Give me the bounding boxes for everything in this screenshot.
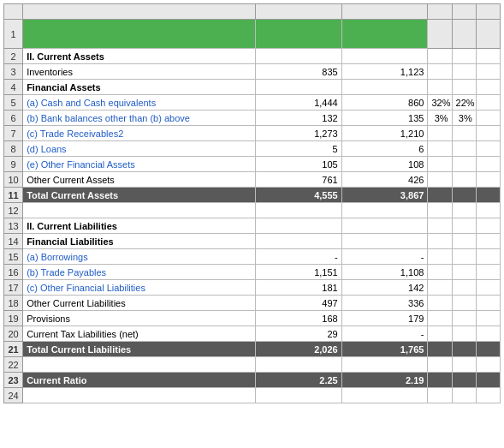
c-22 (341, 357, 428, 373)
c-6: 135 (341, 111, 428, 126)
f-14 (476, 234, 500, 249)
d-22 (428, 357, 452, 373)
e-23 (452, 373, 476, 388)
column-header-row (4, 4, 501, 20)
row-num-14: 14 (4, 234, 23, 249)
row-num-2: 2 (4, 49, 23, 64)
label-7: (c) Trade Receivables2 (23, 126, 256, 141)
d-12 (428, 203, 452, 218)
e-13 (452, 218, 476, 234)
row-num-3: 3 (4, 64, 23, 80)
d-21 (428, 342, 452, 357)
label-3: Inventories (23, 64, 256, 80)
e-14 (452, 234, 476, 249)
c-8: 6 (341, 141, 428, 157)
label-18: Other Current Liabilities (23, 296, 256, 311)
row-num-24: 24 (4, 388, 23, 403)
d-14 (428, 234, 452, 249)
c-15: - (341, 249, 428, 265)
d1 (428, 20, 452, 49)
b-9: 105 (256, 157, 342, 172)
f-2 (476, 49, 500, 64)
row-num-6: 6 (4, 111, 23, 126)
b-24 (256, 388, 342, 403)
d-20 (428, 326, 452, 342)
b-4 (256, 80, 342, 95)
b-20: 29 (256, 326, 342, 342)
b-5: 1,444 (256, 95, 342, 111)
d-11 (428, 188, 452, 203)
row-6: 6(b) Bank balances other than (b) above1… (4, 111, 501, 126)
c-21: 1,765 (341, 342, 428, 357)
row-num-22: 22 (4, 357, 23, 373)
d-18 (428, 296, 452, 311)
b-6: 132 (256, 111, 342, 126)
particulars-header (23, 20, 256, 49)
b-10: 761 (256, 172, 342, 188)
b-13 (256, 218, 342, 234)
label-2: II. Current Assets (23, 49, 256, 64)
f-11 (476, 188, 500, 203)
label-5: (a) Cash and Cash equivalents (23, 95, 256, 111)
e-22 (452, 357, 476, 373)
row-num-20: 20 (4, 326, 23, 342)
row-18: 18Other Current Liabilities497336 (4, 296, 501, 311)
col-d-header (428, 4, 452, 20)
col-c-header (341, 4, 428, 20)
f1 (476, 20, 500, 49)
col-f-header (476, 4, 500, 20)
e-3 (452, 64, 476, 80)
e-7 (452, 126, 476, 141)
f-9 (476, 157, 500, 172)
row-7: 7(c) Trade Receivables21,2731,210 (4, 126, 501, 141)
d-2 (428, 49, 452, 64)
label-20: Current Tax Liabilities (net) (23, 326, 256, 342)
c-13 (341, 218, 428, 234)
b-3: 835 (256, 64, 342, 80)
row-15: 15(a) Borrowings-- (4, 249, 501, 265)
f-21 (476, 342, 500, 357)
c-12 (341, 203, 428, 218)
label-4: Financial Assets (23, 80, 256, 95)
f-23 (476, 373, 500, 388)
row-14: 14Financial Liabilities (4, 234, 501, 249)
c-20: - (341, 326, 428, 342)
d-5: 32% (428, 95, 452, 111)
b-header (256, 20, 342, 49)
row-num-13: 13 (4, 218, 23, 234)
b-19: 168 (256, 311, 342, 326)
row-20: 20Current Tax Liabilities (net)29- (4, 326, 501, 342)
label-24 (23, 388, 256, 403)
c-5: 860 (341, 95, 428, 111)
corner-cell (4, 4, 23, 20)
row-4: 4Financial Assets (4, 80, 501, 95)
e-11 (452, 188, 476, 203)
d-8 (428, 141, 452, 157)
f-5 (476, 95, 500, 111)
d-24 (428, 388, 452, 403)
f-19 (476, 311, 500, 326)
label-22 (23, 357, 256, 373)
f-7 (476, 126, 500, 141)
b-7: 1,273 (256, 126, 342, 141)
d-10 (428, 172, 452, 188)
row-22: 22 (4, 357, 501, 373)
row-11: 11Total Current Assets4,5553,867 (4, 188, 501, 203)
row-9: 9(e) Other Financial Assets105108 (4, 157, 501, 172)
label-8: (d) Loans (23, 141, 256, 157)
b-15: - (256, 249, 342, 265)
label-16: (b) Trade Payables (23, 265, 256, 280)
e-6: 3% (452, 111, 476, 126)
label-11: Total Current Assets (23, 188, 256, 203)
f-24 (476, 388, 500, 403)
row-num-11: 11 (4, 188, 23, 203)
c-16: 1,108 (341, 265, 428, 280)
e-21 (452, 342, 476, 357)
label-6: (b) Bank balances other than (b) above (23, 111, 256, 126)
b-22 (256, 357, 342, 373)
label-14: Financial Liabilities (23, 234, 256, 249)
f-13 (476, 218, 500, 234)
b-23: 2.25 (256, 373, 342, 388)
e-17 (452, 280, 476, 296)
d-17 (428, 280, 452, 296)
